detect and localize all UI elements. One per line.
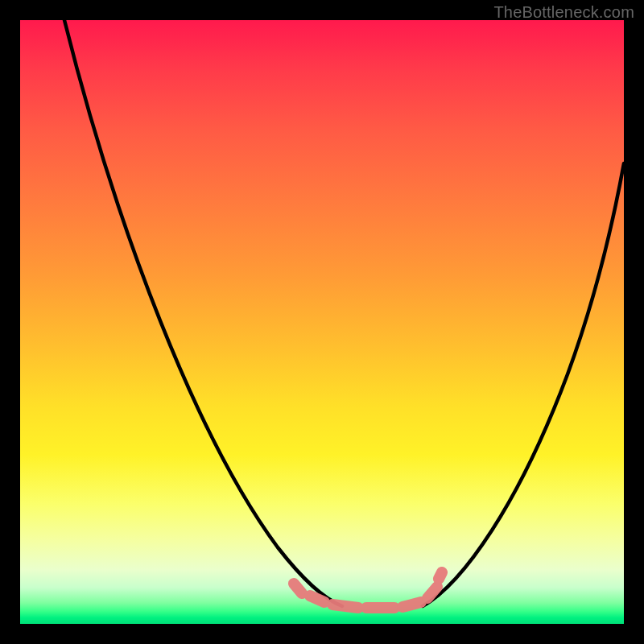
chart-frame: TheBottleneck.com <box>0 0 644 644</box>
curve-overlay <box>20 20 624 624</box>
attribution-watermark: TheBottleneck.com <box>493 3 634 22</box>
curve-left <box>64 20 342 606</box>
bottleneck-gradient-plot <box>20 20 624 624</box>
curve-right <box>423 163 624 606</box>
